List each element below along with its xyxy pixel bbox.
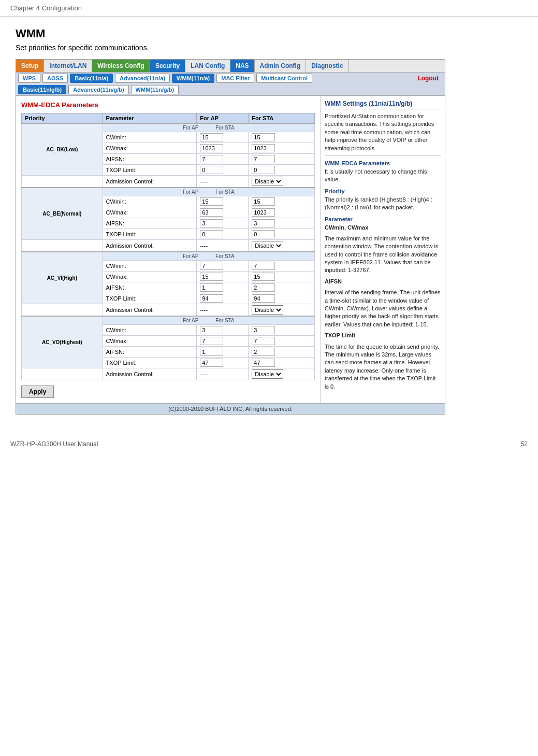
priority-bk: AC_BK(Low): [22, 123, 103, 176]
rp-subheading-cwmin: CWmin, CWmax: [325, 224, 441, 232]
col-for-ap: For AP: [197, 113, 249, 124]
vi-txop-ap[interactable]: [200, 294, 223, 303]
vi-cwmin-sta[interactable]: [252, 262, 275, 270]
subnav-wmm-11na[interactable]: WMM(11n/a): [172, 74, 214, 83]
bk-aifsn-ap[interactable]: [200, 155, 223, 163]
subnav-aoss[interactable]: AOSS: [42, 74, 68, 83]
apply-button[interactable]: Apply: [21, 386, 54, 398]
nav-diagnostic[interactable]: Diagnostic: [306, 60, 348, 72]
bk-txop-sta[interactable]: [252, 166, 275, 174]
priority-vi: AC_VI(High): [22, 252, 103, 304]
bk-aifsn-sta[interactable]: [252, 155, 275, 163]
be-cwmin-ap[interactable]: [200, 197, 223, 206]
bk-cwmax-sta[interactable]: [252, 144, 275, 152]
subnav-wps[interactable]: WPS: [18, 74, 40, 83]
be-cwmax-sta[interactable]: [252, 208, 275, 217]
right-panel-title: WMM Settings (11n/a/11n/g/b): [325, 100, 441, 109]
vi-cwmax-sta[interactable]: [252, 273, 275, 281]
vi-txop-sta[interactable]: [252, 294, 275, 303]
nav-lan-config[interactable]: LAN Config: [185, 60, 230, 72]
rp-heading-parameter: Parameter: [325, 216, 441, 222]
rp-heading-edca: WMM-EDCA Parameters: [325, 160, 441, 166]
bk-cwmin-ap[interactable]: [200, 133, 223, 141]
subnav-mac-filter[interactable]: MAC Filter: [216, 74, 254, 83]
rp-body-edca: It is usually not necessary to change th…: [325, 168, 441, 184]
vo-cwmax-sta[interactable]: [252, 337, 275, 345]
be-cwmax-ap[interactable]: [200, 208, 223, 217]
sub-nav-row1: WPS AOSS Basic(11n/a) Advanced(11n/a) WM…: [16, 73, 445, 84]
vi-cwmax-ap[interactable]: [200, 273, 223, 281]
nav-wireless-config[interactable]: Wireless Config: [92, 60, 150, 72]
chapter-header: Chapter 4 Configuration: [0, 0, 538, 17]
page-title: WMM: [16, 27, 522, 40]
section-title: WMM-EDCA Parameters: [21, 101, 315, 109]
vo-cwmax-ap[interactable]: [200, 337, 223, 345]
rp-body-cwmin: The maximum and minimum value for the co…: [325, 235, 441, 275]
table-row: AC_BE(Normal) For AP For STA: [22, 188, 315, 196]
col-parameter: Parameter: [103, 113, 197, 124]
vo-admission-sta[interactable]: Disable Enable: [252, 369, 283, 379]
divider: [325, 155, 441, 156]
footer-right: 52: [521, 440, 528, 448]
vo-cwmin-ap[interactable]: [200, 326, 223, 334]
left-panel: WMM-EDCA Parameters Priority Parameter F…: [16, 96, 321, 403]
logout-button[interactable]: Logout: [413, 74, 443, 83]
footer-bar: (C)2000-2010 BUFFALO INC. All rights res…: [16, 403, 445, 414]
main-area: WMM-EDCA Parameters Priority Parameter F…: [16, 96, 445, 403]
bk-cwmax-ap[interactable]: [200, 144, 223, 152]
subnav-basic-11na[interactable]: Basic(11n/a): [70, 74, 113, 83]
sub-nav-row2: Basic(11n/g/b) Advanced(11n/g/b) WMM(11n…: [16, 84, 445, 95]
nav-internet-lan[interactable]: Internet/LAN: [44, 60, 92, 72]
vo-cwmin-sta[interactable]: [252, 326, 275, 334]
subnav-basic-11ngb[interactable]: Basic(11n/g/b): [18, 85, 66, 94]
table-row: AC_VO(Highest) For AP For STA: [22, 316, 315, 325]
footer-left: WZR-HP-AG300H User Manual: [10, 440, 98, 448]
nav-security[interactable]: Security: [150, 60, 185, 72]
subnav-advanced-11na[interactable]: Advanced(11n/a): [115, 74, 170, 83]
be-admission-sta[interactable]: Disable Enable: [252, 241, 283, 250]
vo-aifsn-ap[interactable]: [200, 348, 223, 356]
bk-txop-ap[interactable]: [200, 166, 223, 174]
be-cwmin-sta[interactable]: [252, 197, 275, 206]
priority-be: AC_BE(Normal): [22, 188, 103, 240]
table-row: Admission Control: ---- Disable Enable: [22, 304, 315, 317]
rp-body-priority: The priority is ranked (Highest)8 : (Hig…: [325, 196, 441, 212]
page-footer: WZR-HP-AG300H User Manual 52: [0, 435, 538, 453]
nav-nas[interactable]: NAS: [230, 60, 254, 72]
rp-body-aifsn: Interval of the sending frame. The unit …: [325, 289, 441, 329]
be-aifsn-sta[interactable]: [252, 219, 275, 227]
vo-txop-sta[interactable]: [252, 359, 275, 367]
subnav-multicast[interactable]: Multicast Control: [256, 74, 312, 83]
vi-aifsn-sta[interactable]: [252, 283, 275, 292]
table-row: AC_VI(High) For AP For STA: [22, 252, 315, 261]
be-txop-sta[interactable]: [252, 230, 275, 238]
col-for-sta: For STA: [249, 113, 315, 124]
rp-subheading-aifsn: AIFSN: [325, 278, 441, 286]
table-row: Admission Control: ---- Disable Enable: [22, 368, 315, 380]
subnav-wmm-11ngb[interactable]: WMM(11n/g/b): [131, 85, 179, 94]
subnav-advanced-11ngb[interactable]: Advanced(11n/g/b): [68, 85, 128, 94]
wmm-table: Priority Parameter For AP For STA AC_BK(…: [21, 113, 315, 380]
bk-admission-sta[interactable]: Disable Enable: [252, 177, 283, 186]
rp-subheading-txop: TXOP Limit: [325, 332, 441, 339]
router-ui: Setup Internet/LAN Wireless Config Secur…: [16, 59, 445, 415]
bk-cwmin-sta[interactable]: [252, 133, 275, 141]
right-panel: WMM Settings (11n/a/11n/g/b) Prioritized…: [321, 96, 445, 403]
table-row: Admission Control: ---- Disable Enable: [22, 176, 315, 188]
right-panel-intro: Prioritized AirStation communication for…: [325, 112, 441, 152]
priority-vo: AC_VO(Highest): [22, 316, 103, 368]
vo-txop-ap[interactable]: [200, 359, 223, 367]
vi-cwmin-ap[interactable]: [200, 262, 223, 270]
rp-heading-priority: Priority: [325, 188, 441, 194]
nav-setup[interactable]: Setup: [16, 60, 44, 72]
sub-nav: WPS AOSS Basic(11n/a) Advanced(11n/a) WM…: [16, 73, 445, 96]
be-aifsn-ap[interactable]: [200, 219, 223, 227]
chapter-text: Chapter 4 Configuration: [10, 4, 82, 12]
top-nav: Setup Internet/LAN Wireless Config Secur…: [16, 60, 445, 73]
vi-aifsn-ap[interactable]: [200, 283, 223, 292]
be-txop-ap[interactable]: [200, 230, 223, 238]
vi-admission-sta[interactable]: Disable Enable: [252, 305, 283, 315]
table-row: AC_BK(Low) For AP For STA: [22, 123, 315, 132]
nav-admin-config[interactable]: Admin Config: [255, 60, 307, 72]
vo-aifsn-sta[interactable]: [252, 348, 275, 356]
